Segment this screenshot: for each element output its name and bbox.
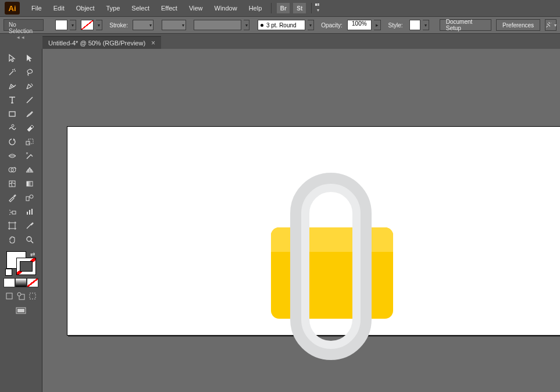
default-fill-stroke-icon[interactable] bbox=[5, 269, 12, 276]
draw-behind-icon[interactable] bbox=[15, 291, 27, 301]
stroke-weight-field[interactable]: ▾ bbox=[133, 20, 154, 30]
free-transform-tool[interactable] bbox=[21, 149, 38, 163]
art-shackle-inner[interactable] bbox=[301, 184, 361, 349]
mesh-tool[interactable] bbox=[3, 177, 21, 191]
brush-preset-display[interactable]: 3 pt. Round bbox=[258, 20, 305, 30]
variable-width-profile[interactable]: ▾ bbox=[162, 20, 186, 30]
blend-tool[interactable] bbox=[21, 191, 38, 205]
symbol-sprayer-tool[interactable] bbox=[3, 205, 21, 219]
stroke-swatch[interactable] bbox=[81, 20, 94, 30]
menu-divider bbox=[271, 3, 272, 13]
selection-tool[interactable] bbox=[3, 51, 21, 65]
document-setup-button[interactable]: Document Setup bbox=[440, 19, 491, 31]
shaper-tool[interactable] bbox=[3, 121, 21, 135]
app-logo: Ai bbox=[5, 2, 20, 15]
fill-stroke-color-well[interactable]: ⇄ bbox=[5, 250, 37, 276]
svg-rect-9 bbox=[26, 141, 30, 145]
color-mode-gradient[interactable] bbox=[15, 278, 27, 287]
shape-builder-tool[interactable] bbox=[3, 163, 21, 177]
type-tool[interactable] bbox=[3, 93, 21, 107]
opacity-field[interactable]: 100% bbox=[347, 20, 372, 30]
pin-options-icon[interactable]: ▾ bbox=[545, 19, 557, 31]
preferences-button[interactable]: Preferences bbox=[496, 19, 540, 31]
menu-type[interactable]: Type bbox=[101, 1, 126, 15]
stroke-dropdown[interactable]: ▾ bbox=[96, 20, 102, 30]
draw-inside-icon[interactable] bbox=[27, 291, 38, 301]
bridge-button[interactable]: Br bbox=[277, 3, 290, 13]
brush-preset-dropdown[interactable]: ▾ bbox=[308, 20, 314, 30]
perspective-grid-tool[interactable] bbox=[21, 163, 38, 177]
menu-divider-2 bbox=[311, 3, 312, 13]
chevron-down-icon: ▾ bbox=[554, 23, 557, 28]
menu-view[interactable]: View bbox=[183, 1, 209, 15]
rotate-tool[interactable] bbox=[3, 135, 21, 149]
width-tool[interactable] bbox=[3, 149, 21, 163]
hand-tool[interactable] bbox=[3, 233, 21, 247]
menu-select[interactable]: Select bbox=[126, 1, 155, 15]
svg-rect-14 bbox=[9, 181, 15, 187]
selection-indicator: No Selection bbox=[3, 19, 44, 31]
screen-mode-button[interactable] bbox=[14, 306, 28, 316]
svg-rect-18 bbox=[12, 211, 16, 214]
gradient-tool[interactable] bbox=[21, 177, 38, 191]
close-tab-icon[interactable]: × bbox=[151, 39, 155, 47]
canvas-stage[interactable] bbox=[42, 49, 560, 392]
color-mode-solid[interactable] bbox=[3, 278, 15, 287]
arrange-documents-icon[interactable]: ▾ bbox=[315, 3, 319, 13]
toolbox-collapse-handle[interactable]: ◂◂ bbox=[0, 34, 42, 41]
menu-object[interactable]: Object bbox=[70, 1, 101, 15]
slice-tool[interactable] bbox=[21, 219, 38, 233]
artboard-tool[interactable] bbox=[3, 219, 21, 233]
work-area: ⇄ bbox=[0, 49, 560, 392]
graphic-style-dropdown[interactable]: ▾ bbox=[423, 20, 429, 30]
svg-point-23 bbox=[27, 237, 31, 241]
menu-help[interactable]: Help bbox=[243, 1, 268, 15]
style-label: Style: bbox=[388, 22, 402, 28]
svg-point-5 bbox=[11, 86, 12, 87]
stock-button[interactable]: St bbox=[293, 3, 306, 13]
menu-bar: Ai File Edit Object Type Select Effect V… bbox=[0, 0, 560, 16]
menu-effect[interactable]: Effect bbox=[155, 1, 183, 15]
eraser-tool[interactable] bbox=[21, 121, 38, 135]
tool-grid bbox=[3, 51, 38, 247]
line-segment-tool[interactable] bbox=[21, 93, 38, 107]
lasso-tool[interactable] bbox=[21, 65, 38, 79]
brush-definition[interactable] bbox=[194, 20, 241, 30]
graphic-style-swatch[interactable] bbox=[409, 20, 420, 30]
curvature-pen-tool[interactable] bbox=[21, 79, 38, 93]
menu-file[interactable]: File bbox=[26, 1, 48, 15]
column-graph-tool[interactable] bbox=[21, 205, 38, 219]
draw-mode-row bbox=[3, 291, 38, 301]
svg-rect-2 bbox=[318, 5, 319, 6]
brush-definition-dropdown[interactable]: ▾ bbox=[244, 20, 250, 30]
svg-rect-25 bbox=[6, 293, 12, 299]
svg-point-8 bbox=[12, 124, 14, 127]
svg-line-24 bbox=[31, 241, 33, 243]
pen-tool[interactable] bbox=[3, 79, 21, 93]
draw-normal-icon[interactable] bbox=[3, 291, 15, 301]
menu-edit[interactable]: Edit bbox=[48, 1, 70, 15]
document-tab[interactable]: Untitled-4* @ 50% (RGB/Preview) × bbox=[42, 36, 161, 49]
svg-point-27 bbox=[17, 293, 21, 296]
fill-swatch[interactable] bbox=[55, 20, 68, 30]
opacity-more-icon[interactable]: ▸ bbox=[374, 20, 381, 30]
svg-rect-15 bbox=[27, 181, 33, 186]
stroke-color-box[interactable] bbox=[16, 258, 36, 275]
swap-fill-stroke-icon[interactable]: ⇄ bbox=[28, 250, 37, 258]
eyedropper-tool[interactable] bbox=[3, 191, 21, 205]
fill-dropdown[interactable]: ▾ bbox=[70, 20, 76, 30]
paintbrush-tool[interactable] bbox=[21, 107, 38, 121]
menu-window[interactable]: Window bbox=[209, 1, 243, 15]
toolbox-panel: ⇄ bbox=[0, 49, 42, 392]
color-mode-none[interactable] bbox=[27, 278, 38, 287]
direct-selection-tool[interactable] bbox=[21, 51, 38, 65]
svg-rect-1 bbox=[318, 3, 319, 5]
svg-rect-21 bbox=[31, 209, 33, 215]
svg-rect-16 bbox=[26, 197, 29, 201]
rectangle-tool[interactable] bbox=[3, 107, 21, 121]
scale-tool[interactable] bbox=[21, 135, 38, 149]
brush-dot-icon bbox=[261, 24, 263, 27]
zoom-tool[interactable] bbox=[21, 233, 38, 247]
magic-wand-tool[interactable] bbox=[3, 65, 21, 79]
svg-rect-30 bbox=[17, 309, 24, 312]
